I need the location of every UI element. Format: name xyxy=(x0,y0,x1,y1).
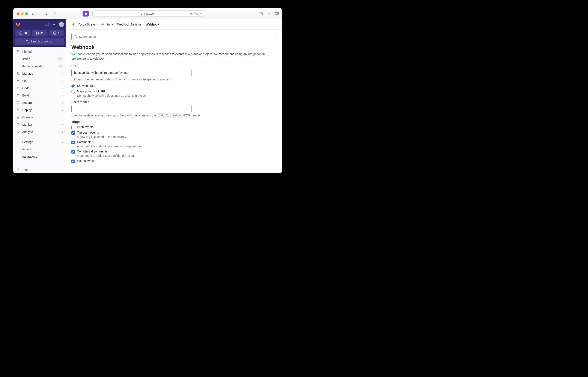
code-icon xyxy=(16,86,20,90)
svg-rect-22 xyxy=(17,80,19,82)
chevron-right-icon: › xyxy=(62,116,63,118)
forward-button[interactable] xyxy=(53,11,57,16)
project-icon: 🐟 xyxy=(101,23,105,26)
sidebar-item-label: Merge requests xyxy=(22,65,42,68)
header-code: X-Gitlab-Token xyxy=(157,113,182,118)
sidebar-item-settings[interactable]: Settings ⌄ xyxy=(13,138,66,146)
svg-rect-8 xyxy=(275,12,278,15)
breadcrumb-section[interactable]: Webhook Settings xyxy=(117,23,141,26)
todos-counter[interactable]: 3 xyxy=(49,30,64,36)
secret-token-help: Used to validate received payloads. Sent… xyxy=(71,114,277,117)
breadcrumb-current: Webhook xyxy=(146,23,159,26)
maximize-window-button[interactable] xyxy=(25,12,28,15)
search-label: Search or go to... xyxy=(30,40,53,43)
search-button[interactable]: Search or go to... xyxy=(15,38,64,45)
issues-events-checkbox[interactable] xyxy=(71,160,75,163)
svg-rect-3 xyxy=(86,12,86,13)
sidebar-item-label: Analyze xyxy=(22,130,33,134)
confidential-comments-label: Confidential comments xyxy=(77,150,107,153)
collapse-sidebar-icon[interactable] xyxy=(45,22,49,27)
sidebar: 88 31 3 Search or go to... xyxy=(13,19,66,173)
chevron-right-icon: › xyxy=(143,23,144,26)
tabs-overview-icon[interactable] xyxy=(275,12,279,16)
chevron-right-icon: › xyxy=(62,123,63,126)
webhooks-link[interactable]: Webhooks xyxy=(71,52,86,56)
svg-point-43 xyxy=(74,35,76,37)
gitlab-logo[interactable] xyxy=(15,22,21,27)
chevron-right-icon: › xyxy=(62,87,63,89)
tag-push-label: Tag push events xyxy=(77,131,99,134)
push-events-label: Push events xyxy=(77,125,94,129)
sidebar-item-deploy[interactable]: Deploy › xyxy=(13,106,66,114)
sidebar-item-label: Settings xyxy=(22,140,33,144)
url-input[interactable] xyxy=(71,69,191,76)
sidebar-item-manage[interactable]: Manage › xyxy=(13,70,66,77)
sidebar-item-merge-requests[interactable]: Merge requests 3 xyxy=(13,63,66,70)
users-icon xyxy=(16,72,20,75)
sidebar-item-integrations[interactable]: Integrations xyxy=(13,153,66,160)
sidebar-toggle-button[interactable] xyxy=(32,11,36,16)
chevron-right-icon: › xyxy=(98,23,99,26)
back-button[interactable] xyxy=(44,11,49,16)
address-bar[interactable]: 🔒︎ gitlab.com 🔊︎ ᴬ文 ↻ xyxy=(93,11,204,17)
mask-url-radio[interactable] xyxy=(71,90,75,94)
sidebar-item-pinned[interactable]: Pinned ⌄ xyxy=(13,48,66,55)
confidential-comments-help: A comment is added to a confidential iss… xyxy=(77,154,277,157)
create-new-icon[interactable] xyxy=(52,22,56,27)
svg-point-40 xyxy=(18,141,18,142)
svg-rect-33 xyxy=(17,124,19,125)
show-full-url-radio[interactable] xyxy=(71,84,75,88)
sidebar-item-label: Code xyxy=(22,86,29,90)
sidebar-item-build[interactable]: Build › xyxy=(13,92,66,99)
sidebar-item-label: Monitor xyxy=(22,123,32,126)
todos-count: 3 xyxy=(58,32,59,35)
page-title: Webhook xyxy=(71,44,277,50)
calendar-icon xyxy=(16,79,20,82)
sidebar-item-label: Secure xyxy=(22,101,32,105)
issues-counter[interactable]: 88 xyxy=(15,30,31,36)
tag-push-checkbox[interactable] xyxy=(71,131,75,135)
svg-point-27 xyxy=(17,116,19,118)
new-tab-icon[interactable] xyxy=(267,12,271,16)
help-icon xyxy=(16,168,20,172)
mrs-counter[interactable]: 31 xyxy=(32,30,47,36)
chevron-right-icon: › xyxy=(62,72,63,75)
extension-button[interactable] xyxy=(82,11,89,16)
sidebar-item-monitor[interactable]: Monitor › xyxy=(13,121,66,128)
svg-point-16 xyxy=(38,34,39,34)
address-bar-text: gitlab.com xyxy=(143,12,156,15)
integration-link[interactable]: integration xyxy=(247,52,261,56)
translate-icon[interactable]: ᴬ文 xyxy=(195,12,198,15)
breadcrumb-group[interactable]: Yucca Stream xyxy=(78,23,96,26)
comments-checkbox[interactable] xyxy=(71,141,75,144)
main-content: 🌵 Yucca Stream › 🐟 tuna › Webhook Settin… xyxy=(66,19,282,173)
sidebar-item-code[interactable]: Code › xyxy=(13,84,66,92)
divider xyxy=(16,137,63,137)
secret-token-input[interactable] xyxy=(71,105,191,112)
svg-rect-13 xyxy=(20,32,22,34)
search-page-input[interactable] xyxy=(71,33,277,40)
sidebar-item-issues[interactable]: Issues 15 xyxy=(13,55,66,63)
sidebar-item-label: Plan xyxy=(22,79,28,82)
sidebar-item-general[interactable]: General xyxy=(13,146,66,153)
sidebar-item-plan[interactable]: Plan › xyxy=(13,77,66,84)
browser-toolbar: ⌄ 🔒︎ gitlab.com 🔊︎ ᴬ文 ↻ xyxy=(13,8,282,19)
sidebar-menu-chevron-icon[interactable]: ⌄ xyxy=(37,13,39,15)
close-window-button[interactable] xyxy=(17,12,19,15)
sidebar-item-secure[interactable]: Secure › xyxy=(13,99,66,106)
sidebar-help[interactable]: Help xyxy=(13,166,66,173)
breadcrumb-project[interactable]: tuna xyxy=(107,23,113,26)
sidebar-item-operate[interactable]: Operate › xyxy=(13,114,66,121)
reload-icon[interactable]: ↻ xyxy=(200,12,202,15)
confidential-comments-checkbox[interactable] xyxy=(71,150,75,153)
push-events-checkbox[interactable] xyxy=(71,126,75,129)
chevron-right-icon: › xyxy=(62,80,63,82)
url-label: URL xyxy=(71,64,277,68)
group-icon: 🌵 xyxy=(71,23,75,26)
svg-point-26 xyxy=(18,95,18,95)
share-icon[interactable] xyxy=(259,11,263,16)
sidebar-item-analyze[interactable]: Analyze › xyxy=(13,128,66,136)
avatar[interactable] xyxy=(59,22,64,27)
minimize-window-button[interactable] xyxy=(21,12,24,15)
sound-icon[interactable]: 🔊︎ xyxy=(190,12,193,15)
